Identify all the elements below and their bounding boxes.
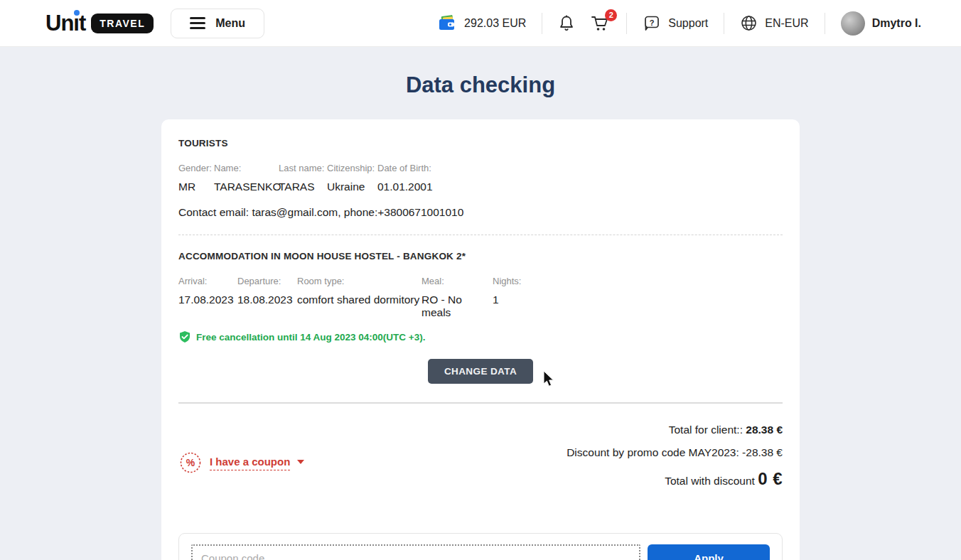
notifications-button[interactable] [558,14,575,33]
tourist-gender: MR [178,181,214,193]
free-cancellation-line: Free cancellation until 14 Aug 2023 04:0… [178,330,783,343]
tourist-row: MR TARASENKO TARAS Ukraine 01.01.2001 [178,181,783,193]
total-with-discount-line: Total with discount 0 € [567,469,783,489]
svg-text:%: % [186,457,195,468]
percent-badge-icon: % [178,451,203,475]
column-header: Citizenship: [327,163,377,173]
dashed-divider [178,235,783,235]
column-header: Departure: [237,276,297,286]
tourist-lastname: TARAS [279,181,327,193]
accommodation-row: 17.08.2023 18.08.2023 comfort shared dor… [178,294,783,319]
column-header: Arrival: [178,276,237,286]
support-label: Support [668,17,708,30]
logo-dot [74,10,80,16]
support-button[interactable]: ? Support [643,14,708,33]
free-cancellation-text: Free cancellation until 14 Aug 2023 04:0… [196,332,425,343]
user-name: Dmytro I. [872,17,921,30]
hamburger-icon [190,17,205,29]
apply-coupon-button[interactable]: Apply [648,544,770,560]
cart-count-badge: 2 [605,9,617,21]
accommodation-section-title: ACCOMMODATION IN MOON HOUSE HOSTEL - BAN… [178,251,783,262]
coupon-toggle[interactable]: % I have a coupon [178,426,304,499]
discount-value: -28.38 € [742,446,783,458]
logo-text: Unıt [45,11,85,36]
shield-check-icon [178,330,191,343]
header-divider [724,13,724,34]
coupon-box: Apply (Only one coupon can be used) [178,533,783,560]
coupon-toggle-label: I have a coupon [210,456,290,470]
cart-button[interactable]: 2 [591,14,611,33]
arrival-date: 17.08.2023 [178,294,237,319]
discount-line: Discount by promo code MAY2023: -28.38 € [567,446,783,459]
tourist-dob: 01.01.2001 [377,181,783,193]
column-header: Date of Birth: [377,163,783,173]
column-header: Last name: [279,163,327,173]
locale-selector[interactable]: EN-EUR [740,14,808,32]
globe-icon [740,14,758,32]
total-with-discount-value: 0 € [758,469,783,488]
tourists-column-headers: Gender: Name: Last name: Citizenship: Da… [178,163,783,173]
column-header: Meal: [422,276,493,286]
accommodation-column-headers: Arrival: Departure: Room type: Meal: Nig… [178,276,783,286]
svg-text:?: ? [650,18,655,26]
tourist-name: TARASENKO [214,181,279,193]
wallet-icon [437,14,457,33]
tourists-section-title: TOURISTS [178,138,783,149]
header-divider [626,13,627,34]
coupon-code-input[interactable] [191,544,640,560]
header-divider [825,13,825,34]
totals-summary: Total for client:: 28.38 € Discount by p… [567,424,783,499]
column-header: Name: [214,163,279,173]
top-bar: Unıt TRAVEL Menu 292.03 EUR [0,0,961,47]
menu-button[interactable]: Menu [171,9,264,38]
room-type: comfort shared dormitory [297,294,422,319]
column-header: Room type: [297,276,422,286]
menu-label: Menu [215,17,245,30]
chevron-down-icon [297,460,304,464]
column-header: Nights: [493,276,783,286]
departure-date: 18.08.2023 [237,294,297,319]
logo-badge: TRAVEL [91,14,154,33]
section-divider [178,402,783,404]
column-header: Gender: [178,163,214,173]
header-divider [542,13,542,34]
wallet-balance[interactable]: 292.03 EUR [437,14,526,33]
logo[interactable]: Unıt TRAVEL [45,11,154,36]
user-menu[interactable]: Dmytro I. [841,11,921,36]
support-icon: ? [643,14,661,33]
meal-plan: RO - No meals [422,294,493,319]
booking-card: TOURISTS Gender: Name: Last name: Citize… [161,119,800,560]
total-for-client-line: Total for client:: 28.38 € [567,424,783,436]
locale-label: EN-EUR [765,17,808,30]
page-title: Data checking [0,72,961,98]
nights-count: 1 [493,294,783,319]
total-for-client-value: 28.38 € [746,424,783,436]
contact-line: Contact email: taras@gmail.com, phone:+3… [178,206,783,219]
bell-icon [558,14,575,33]
user-avatar [841,11,865,36]
tourist-citizenship: Ukraine [327,181,377,193]
balance-amount: 292.03 EUR [464,17,526,30]
change-data-button[interactable]: CHANGE DATA [428,359,533,384]
